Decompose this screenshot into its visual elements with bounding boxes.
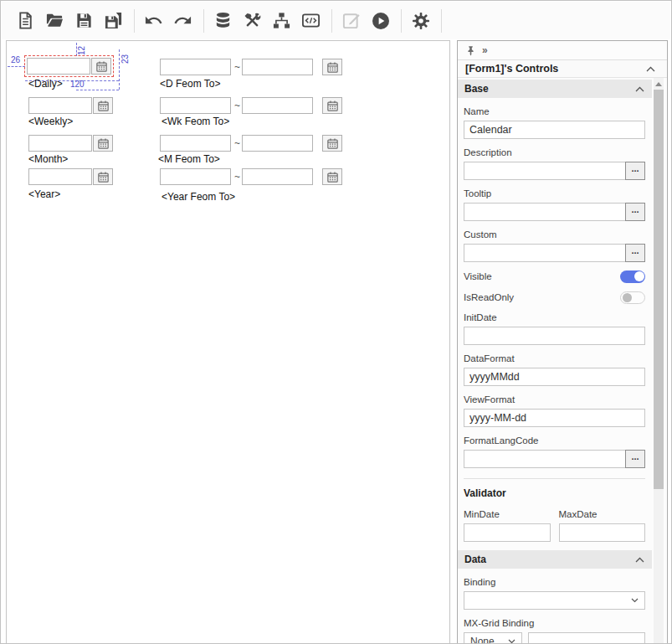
validator-header: Validator [464,487,645,499]
formatlangcode-label: FormatLangCode [464,435,645,447]
selection-height-label: 23 [121,54,130,64]
toolbar-separator [134,9,135,33]
selection-guide [76,43,77,56]
edit-icon [341,11,361,30]
scrollbar-thumb[interactable] [654,90,664,489]
open-folder-icon [45,11,64,30]
chevron-up-icon [635,86,644,92]
section-base-header[interactable]: Base [458,80,652,98]
settings-button[interactable] [407,7,434,34]
maxdate-input[interactable] [559,523,646,542]
tooltip-ellipsis-button[interactable]: ... [625,203,645,221]
calendar-icon [97,137,110,150]
scroll-up-button[interactable] [654,78,664,90]
visible-toggle[interactable] [620,270,645,283]
weekly-date-input[interactable] [28,97,92,114]
daily-range-from-input[interactable] [160,59,231,75]
year-range-to-input[interactable] [242,168,313,185]
section-base-label: Base [464,83,489,95]
build-tools-button[interactable] [239,7,266,34]
build-tools-icon [243,11,262,30]
month-range-from-input[interactable] [160,135,231,152]
collapse-panel-button[interactable]: » [482,44,488,56]
new-document-button[interactable] [12,7,39,34]
dataformat-input[interactable] [464,368,645,386]
selection-guide [8,66,25,67]
weekly-calendar-button[interactable] [93,97,113,114]
mxgrid-binding-label: MX-Grid Binding [464,617,645,630]
daily-range-calendar-button[interactable] [322,59,342,75]
month-range-label: <M Feom To> [158,153,220,165]
daily-range-to-input[interactable] [242,59,313,75]
tooltip-input[interactable] [464,203,626,221]
daily-label: <Daily> [28,78,63,90]
year-calendar-button[interactable] [93,168,113,185]
calendar-icon [97,171,110,183]
year-date-input[interactable] [28,168,92,185]
sitemap-button[interactable] [268,7,295,34]
selection-guide [76,90,119,90]
description-input[interactable] [464,162,626,180]
mxgrid-binding-input[interactable] [528,632,645,644]
range-separator: ~ [234,171,240,183]
run-button[interactable] [367,7,394,34]
custom-input[interactable] [464,244,626,262]
database-button[interactable] [209,7,237,34]
selection-top-offset: 12 [77,46,86,55]
daily-date-input[interactable] [27,58,90,75]
dataformat-label: DataFormat [464,353,645,365]
toggle-knob [634,271,644,281]
save-button[interactable] [70,7,98,34]
isreadonly-label: IsReadOnly [464,291,514,304]
month-date-input[interactable] [28,135,92,152]
pin-icon[interactable] [465,45,476,56]
daily-range-label: <D Feom To> [160,78,220,90]
calendar-icon [97,100,110,112]
weekly-range-calendar-button[interactable] [322,97,342,114]
calendar-icon [326,100,339,112]
daily-calendar-button[interactable] [91,58,111,75]
binding-select[interactable] [464,591,645,610]
initdate-input[interactable] [464,327,645,345]
save-all-button[interactable] [100,7,127,34]
toolbar-separator [331,9,332,33]
mindate-input[interactable] [464,523,551,542]
isreadonly-toggle[interactable] [620,291,645,304]
weekly-range-label: <Wk Feom To> [162,116,229,127]
year-range-calendar-button[interactable] [322,168,342,185]
month-range-calendar-button[interactable] [322,135,342,152]
viewformat-input[interactable] [464,409,645,427]
month-calendar-button[interactable] [93,135,113,152]
tooltip-label: Tooltip [464,188,645,200]
weekly-range-to-input[interactable] [242,97,313,114]
chevron-up-icon [635,557,644,563]
undo-button[interactable] [140,7,167,34]
panel-scrollbar[interactable] [654,78,664,644]
month-range-to-input[interactable] [242,135,313,152]
initdate-label: InitDate [464,312,645,324]
mxgrid-mode-value: None [470,636,495,644]
year-range-from-input[interactable] [160,168,231,185]
design-canvas[interactable]: 26 12 23 120 <Daily> <Weekly> <Month> <Y… [6,40,450,644]
formatlangcode-ellipsis-button[interactable]: ... [625,450,645,468]
weekly-range-from-input[interactable] [160,97,231,114]
custom-ellipsis-button[interactable]: ... [625,244,645,262]
chevron-up-icon [646,66,655,72]
range-separator: ~ [234,137,240,149]
redo-button[interactable] [169,7,197,34]
section-data-header[interactable]: Data [458,550,652,569]
mxgrid-mode-select[interactable]: None [464,632,522,644]
year-label: <Year> [28,188,60,200]
edit-button[interactable] [337,7,365,34]
open-button[interactable] [41,7,69,34]
code-view-icon [301,11,321,30]
panel-title-bar[interactable]: [Form1]'s Controls [458,59,667,78]
formatlangcode-input[interactable] [464,450,626,468]
properties-panel: » [Form1]'s Controls Base Name Descripti… [457,40,668,644]
custom-label: Custom [464,229,645,241]
code-view-button[interactable] [297,7,325,34]
redo-icon [173,11,192,30]
description-ellipsis-button[interactable]: ... [625,162,645,180]
name-input[interactable] [464,121,645,139]
section-divider [464,478,645,479]
